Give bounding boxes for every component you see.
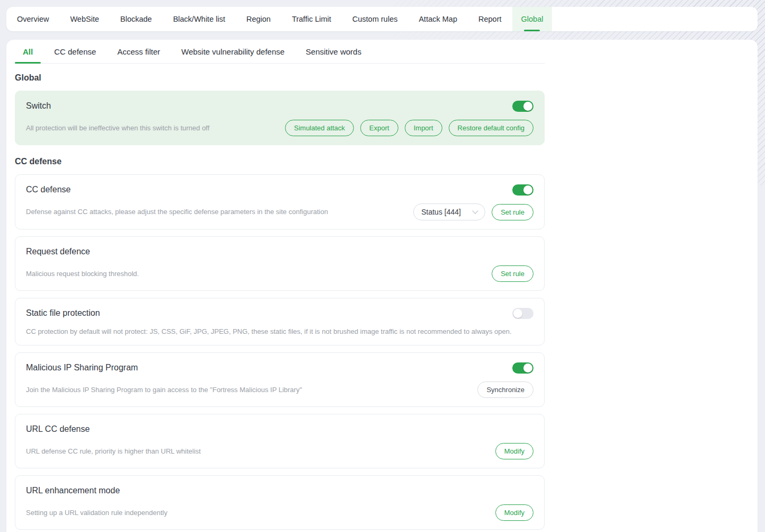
- toggle-knob: [523, 185, 532, 194]
- modify-button[interactable]: Modify: [495, 504, 533, 521]
- card-switch: Switch All protection will be ineffectiv…: [15, 91, 545, 145]
- card-description: Malicious request blocking threshold.: [26, 269, 149, 279]
- tab-cc-defense[interactable]: CC defense: [46, 40, 104, 63]
- card-description: All protection will be ineffective when …: [26, 123, 220, 133]
- chevron-down-icon: [473, 208, 478, 214]
- card-title: Malicious IP Sharing Program: [26, 363, 138, 373]
- synchronize-button[interactable]: Synchronize: [477, 382, 533, 398]
- section-heading-cc-defense: CC defense: [15, 157, 545, 166]
- nav-tab-traffic-limit[interactable]: Traffic Limit: [281, 7, 342, 31]
- nav-tab-global[interactable]: Global: [512, 7, 553, 31]
- nav-tab-custom-rules[interactable]: Custom rules: [342, 7, 408, 31]
- nav-tab-black-white-list[interactable]: Black/White list: [163, 7, 236, 31]
- card-description: URL defense CC rule, priority is higher …: [26, 447, 211, 456]
- main-panel: All CC defense Access filter Website vul…: [6, 40, 758, 532]
- top-nav: Overview WebSite Blockade Black/White li…: [6, 7, 758, 31]
- static-file-protection-toggle[interactable]: [512, 308, 533, 319]
- section-heading-global: Global: [15, 73, 545, 83]
- cc-defense-toggle[interactable]: [512, 184, 533, 196]
- card-title: Static file protection: [26, 308, 100, 318]
- nav-tab-website[interactable]: WebSite: [59, 7, 110, 31]
- card-title: CC defense: [26, 185, 71, 194]
- tab-sensitive-words[interactable]: Sensitive words: [298, 40, 369, 63]
- tab-all[interactable]: All: [15, 40, 41, 63]
- set-rule-button[interactable]: Set rule: [492, 265, 533, 282]
- export-button[interactable]: Export: [360, 120, 398, 136]
- card-title: Switch: [26, 101, 51, 111]
- malicious-ip-sharing-toggle[interactable]: [512, 362, 533, 374]
- nav-tab-blockade[interactable]: Blockade: [110, 7, 163, 31]
- card-title: URL enhancement mode: [26, 486, 120, 495]
- card-description: Setting up a URL validation rule indepen…: [26, 508, 178, 518]
- tab-website-vulnerability-defense[interactable]: Website vulnerability defense: [173, 40, 292, 63]
- tab-access-filter[interactable]: Access filter: [109, 40, 168, 63]
- toggle-knob: [513, 309, 522, 318]
- card-title: URL CC defense: [26, 424, 90, 434]
- card-cc-defense: CC defense Defense against CC attacks, p…: [15, 174, 545, 229]
- card-description: Join the Malicious IP Sharing Program to…: [26, 385, 313, 395]
- card-title: Request defence: [26, 247, 90, 256]
- import-button[interactable]: Import: [405, 120, 442, 136]
- card-static-file-protection: Static file protection CC protection by …: [15, 298, 545, 345]
- nav-tab-overview[interactable]: Overview: [6, 7, 59, 31]
- status-select[interactable]: Status [444]: [413, 203, 485, 220]
- nav-tab-report[interactable]: Report: [468, 7, 512, 31]
- card-request-defence: Request defence Malicious request blocki…: [15, 236, 545, 291]
- status-select-value: Status [444]: [421, 208, 461, 216]
- card-url-enhancement-mode: URL enhancement mode Setting up a URL va…: [15, 475, 545, 530]
- card-malicious-ip-sharing-program: Malicious IP Sharing Program Join the Ma…: [15, 352, 545, 407]
- global-switch-toggle[interactable]: [512, 101, 533, 112]
- simulated-attack-button[interactable]: Simulated attack: [285, 120, 354, 136]
- card-description: CC protection by default will not protec…: [26, 327, 522, 336]
- toggle-knob: [523, 102, 532, 111]
- card-url-cc-defense: URL CC defense URL defense CC rule, prio…: [15, 414, 545, 468]
- set-rule-button[interactable]: Set rule: [492, 204, 533, 220]
- restore-default-config-button[interactable]: Restore default config: [449, 120, 533, 136]
- card-description: Defense against CC attacks, please adjus…: [26, 207, 339, 217]
- nav-tab-region[interactable]: Region: [236, 7, 281, 31]
- toggle-knob: [523, 363, 532, 373]
- nav-tab-attack-map[interactable]: Attack Map: [408, 7, 468, 31]
- modify-button[interactable]: Modify: [495, 443, 533, 459]
- sub-tabs: All CC defense Access filter Website vul…: [15, 40, 545, 64]
